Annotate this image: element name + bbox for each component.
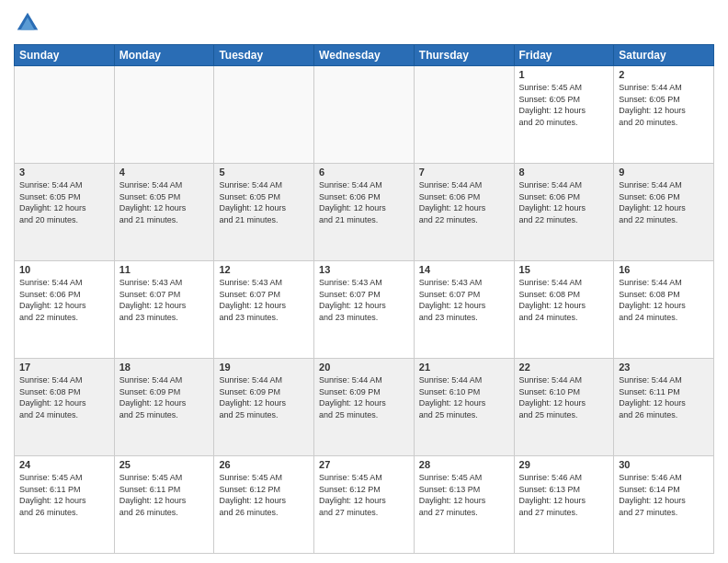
day-info: Sunrise: 5:44 AM Sunset: 6:08 PM Dayligh…	[19, 374, 109, 420]
day-number: 29	[519, 459, 609, 470]
week-row-4: 17Sunrise: 5:44 AM Sunset: 6:08 PM Dayli…	[15, 359, 714, 456]
day-info: Sunrise: 5:44 AM Sunset: 6:11 PM Dayligh…	[619, 374, 709, 420]
day-number: 25	[119, 459, 210, 470]
day-number: 20	[319, 362, 409, 373]
day-number: 3	[19, 167, 109, 178]
day-info: Sunrise: 5:44 AM Sunset: 6:09 PM Dayligh…	[219, 374, 309, 420]
day-number: 4	[119, 167, 210, 178]
calendar-cell: 12Sunrise: 5:43 AM Sunset: 6:07 PM Dayli…	[214, 261, 314, 359]
week-row-5: 24Sunrise: 5:45 AM Sunset: 6:11 PM Dayli…	[15, 456, 714, 554]
day-info: Sunrise: 5:44 AM Sunset: 6:06 PM Dayligh…	[419, 179, 509, 225]
day-number: 30	[619, 459, 709, 470]
day-info: Sunrise: 5:44 AM Sunset: 6:05 PM Dayligh…	[19, 179, 109, 225]
day-info: Sunrise: 5:45 AM Sunset: 6:11 PM Dayligh…	[19, 472, 109, 518]
day-info: Sunrise: 5:43 AM Sunset: 6:07 PM Dayligh…	[119, 277, 210, 323]
day-info: Sunrise: 5:45 AM Sunset: 6:05 PM Dayligh…	[519, 82, 609, 128]
calendar-cell: 4Sunrise: 5:44 AM Sunset: 6:05 PM Daylig…	[114, 164, 214, 261]
day-info: Sunrise: 5:44 AM Sunset: 6:09 PM Dayligh…	[119, 374, 210, 420]
day-info: Sunrise: 5:44 AM Sunset: 6:09 PM Dayligh…	[319, 374, 409, 420]
day-number: 16	[619, 264, 709, 275]
calendar-header-saturday: Saturday	[614, 45, 714, 66]
day-info: Sunrise: 5:44 AM Sunset: 6:06 PM Dayligh…	[19, 277, 109, 323]
calendar-cell: 17Sunrise: 5:44 AM Sunset: 6:08 PM Dayli…	[15, 359, 115, 456]
day-number: 1	[519, 69, 609, 80]
week-row-3: 10Sunrise: 5:44 AM Sunset: 6:06 PM Dayli…	[15, 261, 714, 359]
day-number: 17	[19, 362, 109, 373]
calendar-cell: 27Sunrise: 5:45 AM Sunset: 6:12 PM Dayli…	[314, 456, 415, 554]
week-row-1: 1Sunrise: 5:45 AM Sunset: 6:05 PM Daylig…	[15, 66, 714, 164]
calendar-cell: 2Sunrise: 5:44 AM Sunset: 6:05 PM Daylig…	[614, 66, 714, 164]
calendar-table: SundayMondayTuesdayWednesdayThursdayFrid…	[14, 44, 714, 554]
day-info: Sunrise: 5:44 AM Sunset: 6:06 PM Dayligh…	[519, 179, 609, 225]
calendar-cell: 26Sunrise: 5:45 AM Sunset: 6:12 PM Dayli…	[214, 456, 314, 554]
day-info: Sunrise: 5:44 AM Sunset: 6:10 PM Dayligh…	[419, 374, 509, 420]
day-info: Sunrise: 5:43 AM Sunset: 6:07 PM Dayligh…	[419, 277, 509, 323]
calendar-cell	[214, 66, 314, 164]
day-number: 26	[219, 459, 309, 470]
calendar-header-monday: Monday	[114, 45, 214, 66]
calendar-cell: 23Sunrise: 5:44 AM Sunset: 6:11 PM Dayli…	[614, 359, 714, 456]
calendar-cell	[15, 66, 115, 164]
day-info: Sunrise: 5:44 AM Sunset: 6:08 PM Dayligh…	[619, 277, 709, 323]
day-info: Sunrise: 5:44 AM Sunset: 6:10 PM Dayligh…	[519, 374, 609, 420]
day-number: 18	[119, 362, 210, 373]
day-number: 19	[219, 362, 309, 373]
day-number: 7	[419, 167, 509, 178]
calendar-cell: 13Sunrise: 5:43 AM Sunset: 6:07 PM Dayli…	[314, 261, 415, 359]
calendar-header-tuesday: Tuesday	[214, 45, 314, 66]
logo-icon	[14, 9, 41, 37]
day-info: Sunrise: 5:44 AM Sunset: 6:08 PM Dayligh…	[519, 277, 609, 323]
calendar-cell: 25Sunrise: 5:45 AM Sunset: 6:11 PM Dayli…	[114, 456, 214, 554]
day-number: 21	[419, 362, 509, 373]
calendar-cell: 21Sunrise: 5:44 AM Sunset: 6:10 PM Dayli…	[414, 359, 514, 456]
day-number: 24	[19, 459, 109, 470]
calendar-cell: 15Sunrise: 5:44 AM Sunset: 6:08 PM Dayli…	[514, 261, 614, 359]
day-number: 15	[519, 264, 609, 275]
day-info: Sunrise: 5:43 AM Sunset: 6:07 PM Dayligh…	[319, 277, 409, 323]
calendar-header-thursday: Thursday	[414, 45, 514, 66]
calendar-cell: 6Sunrise: 5:44 AM Sunset: 6:06 PM Daylig…	[314, 164, 415, 261]
day-number: 11	[119, 264, 210, 275]
calendar-cell: 1Sunrise: 5:45 AM Sunset: 6:05 PM Daylig…	[514, 66, 614, 164]
day-info: Sunrise: 5:46 AM Sunset: 6:14 PM Dayligh…	[619, 472, 709, 518]
calendar-cell: 16Sunrise: 5:44 AM Sunset: 6:08 PM Dayli…	[614, 261, 714, 359]
day-info: Sunrise: 5:45 AM Sunset: 6:12 PM Dayligh…	[319, 472, 409, 518]
day-info: Sunrise: 5:44 AM Sunset: 6:05 PM Dayligh…	[619, 82, 709, 128]
week-row-2: 3Sunrise: 5:44 AM Sunset: 6:05 PM Daylig…	[15, 164, 714, 261]
calendar-cell: 5Sunrise: 5:44 AM Sunset: 6:05 PM Daylig…	[214, 164, 314, 261]
calendar-header-row: SundayMondayTuesdayWednesdayThursdayFrid…	[15, 45, 714, 66]
calendar-cell: 3Sunrise: 5:44 AM Sunset: 6:05 PM Daylig…	[15, 164, 115, 261]
calendar-cell: 20Sunrise: 5:44 AM Sunset: 6:09 PM Dayli…	[314, 359, 415, 456]
day-info: Sunrise: 5:45 AM Sunset: 6:12 PM Dayligh…	[219, 472, 309, 518]
calendar-cell: 18Sunrise: 5:44 AM Sunset: 6:09 PM Dayli…	[114, 359, 214, 456]
calendar-header-wednesday: Wednesday	[314, 45, 415, 66]
day-number: 28	[419, 459, 509, 470]
calendar-cell: 9Sunrise: 5:44 AM Sunset: 6:06 PM Daylig…	[614, 164, 714, 261]
day-number: 22	[519, 362, 609, 373]
calendar-cell	[114, 66, 214, 164]
calendar-cell: 14Sunrise: 5:43 AM Sunset: 6:07 PM Dayli…	[414, 261, 514, 359]
calendar-header-sunday: Sunday	[15, 45, 115, 66]
day-info: Sunrise: 5:44 AM Sunset: 6:06 PM Dayligh…	[619, 179, 709, 225]
calendar-cell: 29Sunrise: 5:46 AM Sunset: 6:13 PM Dayli…	[514, 456, 614, 554]
day-number: 9	[619, 167, 709, 178]
calendar-cell: 11Sunrise: 5:43 AM Sunset: 6:07 PM Dayli…	[114, 261, 214, 359]
day-info: Sunrise: 5:45 AM Sunset: 6:11 PM Dayligh…	[119, 472, 210, 518]
calendar-cell: 19Sunrise: 5:44 AM Sunset: 6:09 PM Dayli…	[214, 359, 314, 456]
day-number: 13	[319, 264, 409, 275]
day-number: 6	[319, 167, 409, 178]
calendar-cell: 24Sunrise: 5:45 AM Sunset: 6:11 PM Dayli…	[15, 456, 115, 554]
day-info: Sunrise: 5:44 AM Sunset: 6:05 PM Dayligh…	[219, 179, 309, 225]
day-number: 14	[419, 264, 509, 275]
day-info: Sunrise: 5:45 AM Sunset: 6:13 PM Dayligh…	[419, 472, 509, 518]
calendar-cell	[414, 66, 514, 164]
calendar-cell: 7Sunrise: 5:44 AM Sunset: 6:06 PM Daylig…	[414, 164, 514, 261]
header	[14, 9, 714, 37]
day-info: Sunrise: 5:43 AM Sunset: 6:07 PM Dayligh…	[219, 277, 309, 323]
logo	[14, 9, 47, 37]
calendar-cell: 10Sunrise: 5:44 AM Sunset: 6:06 PM Dayli…	[15, 261, 115, 359]
calendar-cell	[314, 66, 415, 164]
calendar-cell: 30Sunrise: 5:46 AM Sunset: 6:14 PM Dayli…	[614, 456, 714, 554]
calendar-header-friday: Friday	[514, 45, 614, 66]
day-info: Sunrise: 5:44 AM Sunset: 6:06 PM Dayligh…	[319, 179, 409, 225]
